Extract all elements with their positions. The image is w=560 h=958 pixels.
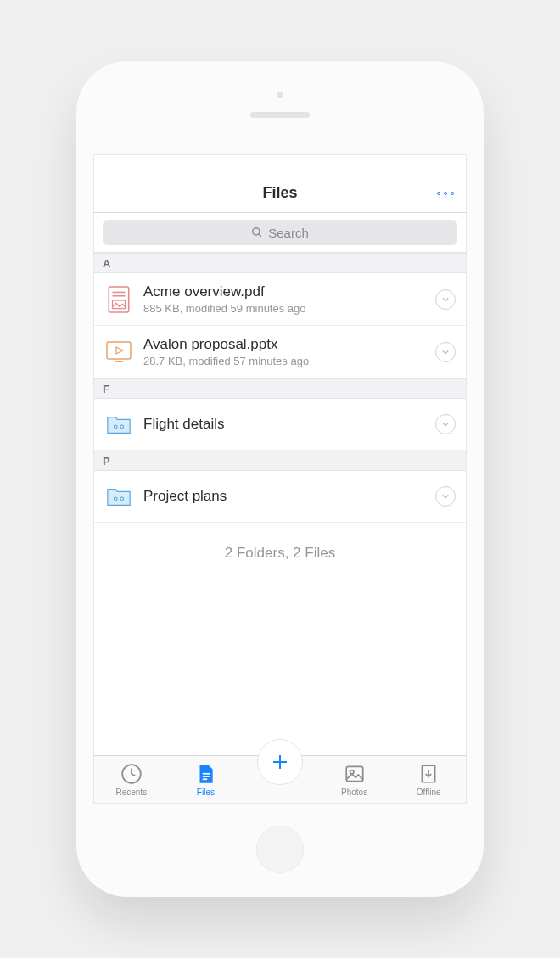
file-info: Acme overview.pdf 885 KB, modified 59 mi… (143, 283, 423, 315)
phone-frame: Files Search A (76, 61, 484, 897)
tab-photos[interactable]: Photos (329, 763, 380, 797)
section-letter: P (103, 455, 110, 468)
svg-line-1 (259, 234, 261, 237)
search-icon (251, 227, 263, 238)
svg-rect-15 (203, 776, 210, 777)
pptx-file-icon (106, 337, 132, 367)
svg-rect-8 (115, 361, 123, 362)
file-row[interactable]: Acme overview.pdf 885 KB, modified 59 mi… (94, 273, 466, 326)
section-header: F (94, 378, 466, 399)
phone-speaker (250, 112, 310, 118)
more-dot-icon (437, 192, 440, 195)
section-letter: F (103, 383, 109, 395)
file-info: Project plans (143, 488, 423, 505)
chevron-down-icon (441, 295, 450, 304)
file-list[interactable]: A Acme overview.pdf 885 KB, modified 59 … (94, 253, 466, 755)
folder-row[interactable]: Project plans (94, 471, 466, 523)
navigation-bar: Files (94, 174, 466, 213)
file-name: Avalon proposal.pptx (143, 336, 423, 353)
download-icon (417, 763, 440, 785)
search-placeholder: Search (268, 226, 309, 240)
tab-label: Files (197, 787, 215, 797)
file-name: Acme overview.pdf (143, 283, 423, 300)
svg-rect-6 (107, 342, 131, 359)
more-options-button[interactable] (437, 192, 454, 195)
file-meta: 885 KB, modified 59 minutes ago (143, 302, 423, 315)
tab-recents[interactable]: Recents (106, 763, 157, 797)
tab-label: Photos (341, 787, 367, 797)
file-actions-button[interactable] (435, 289, 456, 310)
file-actions-button[interactable] (435, 486, 456, 507)
folder-name: Project plans (143, 488, 423, 505)
section-header: A (94, 253, 466, 273)
more-dot-icon (451, 192, 454, 195)
chevron-down-icon (441, 420, 450, 429)
app-screen: Files Search A (93, 154, 467, 804)
file-info: Avalon proposal.pptx 28.7 KB, modified 5… (143, 336, 423, 367)
tab-bar: Recents Files Photos (94, 755, 466, 803)
svg-rect-14 (203, 772, 210, 774)
file-actions-button[interactable] (435, 342, 456, 362)
file-icon (194, 763, 216, 785)
section-letter: A (103, 257, 110, 270)
clock-icon (120, 763, 143, 785)
svg-marker-7 (116, 347, 123, 354)
tab-label: Offline (417, 787, 441, 797)
file-row[interactable]: Avalon proposal.pptx 28.7 KB, modified 5… (94, 326, 466, 378)
status-bar (94, 155, 466, 174)
chevron-down-icon (441, 492, 450, 501)
add-button[interactable] (257, 739, 303, 785)
file-actions-button[interactable] (435, 414, 456, 434)
folder-row[interactable]: Flight details (94, 399, 466, 451)
search-input[interactable]: Search (103, 220, 457, 245)
folder-icon (106, 409, 132, 440)
svg-point-0 (253, 228, 260, 235)
list-summary: 2 Folders, 2 Files (94, 523, 466, 584)
more-dot-icon (444, 192, 447, 195)
pdf-file-icon (106, 284, 132, 315)
section-header: P (94, 451, 466, 471)
search-container: Search (94, 213, 466, 253)
tab-offline[interactable]: Offline (403, 763, 454, 797)
file-meta: 28.7 KB, modified 57 minutes ago (143, 355, 423, 367)
page-title: Files (262, 184, 297, 202)
phone-camera (277, 92, 283, 98)
chevron-down-icon (441, 348, 450, 356)
image-icon (344, 763, 366, 785)
file-info: Flight details (143, 416, 423, 433)
plus-icon (270, 752, 290, 772)
phone-home-button (256, 826, 304, 873)
tab-label: Recents (115, 787, 147, 797)
svg-rect-16 (203, 778, 207, 780)
folder-icon (106, 481, 132, 512)
svg-rect-17 (346, 766, 363, 781)
folder-name: Flight details (143, 416, 423, 433)
tab-files[interactable]: Files (180, 763, 231, 797)
